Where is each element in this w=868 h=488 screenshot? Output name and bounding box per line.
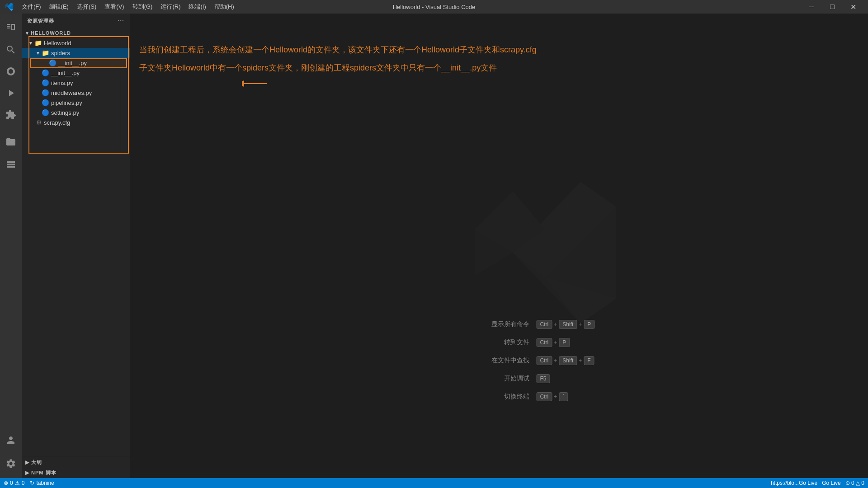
file-spiders-init-label: __init__.py (58, 60, 87, 66)
key-f5: F5 (537, 374, 550, 383)
menu-select[interactable]: 选择(S) (73, 2, 100, 12)
shortcut-keys-terminal: Ctrl + ` (537, 392, 568, 401)
close-button[interactable]: ✕ (843, 0, 863, 14)
warning-icon: ⚠ (15, 480, 20, 486)
statusbar: ⊗ 0 ⚠ 0 ↻ tabnine https://blo...Go Live … (0, 478, 868, 488)
menu-goto[interactable]: 转到(G) (129, 2, 156, 12)
key-sep6: + (554, 394, 557, 400)
root-label: HELLOWORLD (31, 30, 71, 36)
refresh-icon: ↻ (30, 480, 34, 486)
status-link[interactable]: https://blo...Go Live (771, 480, 817, 486)
tree-folder-spiders[interactable]: ▼ 📁 spiders (22, 48, 130, 58)
activity-search-icon[interactable] (0, 39, 22, 61)
key-ctrl4: Ctrl (537, 392, 552, 401)
folder-arrow-icon: ▼ (27, 41, 34, 46)
key-backtick: ` (559, 392, 568, 401)
outline-arrow: ▶ (25, 460, 29, 465)
tree-folder-helloworld[interactable]: ▼ 📁 Helloworld (22, 38, 130, 48)
file-pipelines-label: pipelines.py (51, 99, 82, 106)
statusbar-right: https://blo...Go Live Go Live ⊙ 0 △ 0 (771, 480, 864, 486)
py-icon3: 🔵 (42, 89, 49, 96)
tree-file-pipelines[interactable]: 🔵 pipelines.py (22, 98, 130, 108)
cfg-icon: ⚙ (36, 119, 42, 126)
status-errors[interactable]: ⊗ 0 ⚠ 0 (4, 480, 24, 486)
status-plugin[interactable]: ↻ tabnine (30, 480, 54, 486)
py-icon1: 🔵 (42, 69, 49, 76)
shortcuts-panel: 显示所有命令 Ctrl + Shift + P 转到文件 Ctrl + P 在文 (489, 320, 595, 410)
tree-file-scrapy[interactable]: ⚙ scrapy.cfg (22, 117, 130, 127)
status-golive[interactable]: Go Live (822, 480, 840, 486)
sidebar-title: 资源管理器 (27, 18, 54, 24)
tree-file-init[interactable]: 🔵 __init__.py (22, 68, 130, 78)
minimize-button[interactable]: ─ (801, 0, 822, 14)
annotation-arrow-icon (242, 79, 269, 88)
key-p1: P (584, 320, 594, 329)
shortcut-keys-find: Ctrl + Shift + F (537, 356, 594, 365)
shortcut-row-terminal: 切换终端 Ctrl + ` (489, 392, 595, 401)
spiders-folder-icon: 📁 (42, 49, 49, 56)
titlebar-controls: ─ □ ✕ (801, 0, 863, 14)
window-title: Helloworld - Visual Studio Code (393, 4, 476, 10)
activity-table-icon[interactable] (0, 155, 22, 176)
titlebar: 文件(F) 编辑(E) 选择(S) 查看(V) 转到(G) 运行(R) 终端(I… (0, 0, 868, 14)
statusbar-left: ⊗ 0 ⚠ 0 ↻ tabnine (4, 480, 54, 486)
file-tree: ▼ HELLOWORLD ▼ 📁 Helloworld ▼ 📁 spiders … (22, 28, 130, 457)
activity-run-icon[interactable] (0, 82, 22, 104)
shortcut-keys-debug: F5 (537, 374, 550, 383)
tree-file-spiders-init[interactable]: 🔵 __init__.py (22, 58, 130, 68)
tree-file-middlewares[interactable]: 🔵 middlewares.py (22, 88, 130, 98)
activity-scm-icon[interactable] (0, 61, 22, 82)
collapse-icon: ▼ (24, 31, 31, 36)
menu-run[interactable]: 运行(R) (157, 2, 184, 12)
plugin-name: tabnine (36, 480, 54, 486)
key-ctrl1: Ctrl (537, 320, 552, 329)
folder-helloworld-label: Helloworld (44, 40, 71, 47)
maximize-button[interactable]: □ (822, 0, 843, 14)
tree-root-helloworld[interactable]: ▼ HELLOWORLD (22, 28, 130, 38)
folder-spiders-label: spiders (51, 50, 70, 56)
npm-section-header[interactable]: ▶ NPM 脚本 (22, 468, 130, 478)
sidebar-more-icon[interactable]: ··· (118, 17, 124, 24)
file-items-label: items.py (51, 80, 73, 86)
vscode-logo-icon (5, 2, 14, 11)
tree-file-items[interactable]: 🔵 items.py (22, 78, 130, 88)
file-settings-label: settings.py (51, 109, 79, 116)
activity-settings-icon[interactable] (0, 453, 22, 474)
file-scrapy-label: scrapy.cfg (44, 119, 70, 126)
tree-file-settings[interactable]: 🔵 settings.py (22, 108, 130, 117)
key-sep1: + (554, 321, 557, 328)
spiders-arrow-icon: ▼ (34, 51, 42, 56)
key-ctrl2: Ctrl (537, 338, 552, 347)
menu-edit[interactable]: 编辑(E) (46, 2, 72, 12)
npm-label: NPM 脚本 (31, 469, 57, 476)
menu-view[interactable]: 查看(V) (101, 2, 127, 12)
npm-arrow: ▶ (25, 470, 29, 476)
activity-folder-icon[interactable] (0, 131, 22, 153)
key-sep5: + (579, 357, 582, 364)
folder-icon: 📁 (34, 39, 42, 47)
vscode-watermark (468, 176, 622, 331)
error-count: 0 (10, 480, 13, 486)
sidebar: 资源管理器 ··· ▼ HELLOWORLD ▼ 📁 Helloworld ▼ … (22, 14, 130, 478)
shortcut-label-debug: 开始调试 (489, 375, 529, 383)
key-sep3: + (554, 339, 557, 346)
shortcut-row-commands: 显示所有命令 Ctrl + Shift + P (489, 320, 595, 329)
activity-bar (0, 14, 22, 478)
outline-section-header[interactable]: ▶ 大纲 (22, 457, 130, 468)
activity-explorer-icon[interactable] (0, 17, 22, 39)
menu-file[interactable]: 文件(F) (18, 2, 45, 12)
py-file-icon: 🔵 (49, 59, 57, 66)
menu-terminal[interactable]: 终端(I) (185, 2, 209, 12)
key-shift2: Shift (559, 356, 577, 365)
file-init-label: __init__.py (51, 70, 80, 76)
shortcut-row-find: 在文件中查找 Ctrl + Shift + F (489, 356, 595, 365)
key-sep2: + (579, 321, 582, 328)
shortcut-label-find: 在文件中查找 (489, 357, 529, 365)
key-ctrl3: Ctrl (537, 356, 552, 365)
editor-area: 当我们创建工程后，系统会创建一个Helloworld的文件夹，该文件夹下还有一个… (130, 14, 868, 478)
sidebar-header: 资源管理器 ··· (22, 14, 130, 28)
activity-extensions-icon[interactable] (0, 104, 22, 126)
activity-account-icon[interactable] (0, 429, 22, 451)
menu-help[interactable]: 帮助(H) (211, 2, 238, 12)
warning-count: 0 (22, 480, 25, 486)
